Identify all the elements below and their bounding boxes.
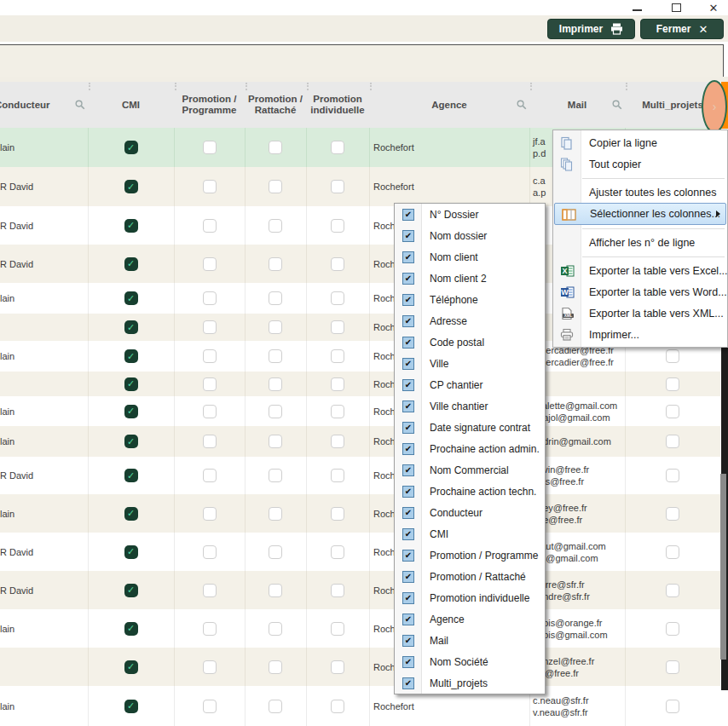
multi-projets-checkbox[interactable] (666, 349, 679, 363)
multi-projets-checkbox[interactable] (666, 660, 679, 674)
table-row[interactable]: ✓Rocheforthenzel@free.friec@free.fr (0, 648, 720, 686)
checkbox[interactable] (203, 700, 217, 713)
column-option-nom-client[interactable]: ✔Nom client (395, 246, 545, 268)
checkbox[interactable] (203, 584, 217, 597)
cmi-checkbox-checked[interactable]: ✓ (124, 219, 138, 233)
checkbox[interactable] (269, 349, 282, 363)
checkbox[interactable] (203, 405, 217, 418)
checkbox-checked-icon[interactable]: ✔ (402, 592, 414, 604)
checkbox[interactable] (203, 435, 217, 448)
checkbox-checked-icon[interactable]: ✔ (402, 528, 414, 540)
checkbox[interactable] (203, 320, 217, 334)
checkbox[interactable] (203, 257, 217, 271)
checkbox[interactable] (331, 291, 344, 305)
checkbox[interactable] (203, 469, 217, 482)
checkbox-checked-icon[interactable]: ✔ (402, 209, 414, 221)
cmi-checkbox-checked[interactable]: ✓ (124, 660, 138, 674)
checkbox-checked-icon[interactable]: ✔ (402, 337, 414, 349)
cmi-checkbox-checked[interactable]: ✓ (124, 377, 138, 391)
multi-projets-checkbox[interactable] (666, 405, 679, 418)
cmi-checkbox-checked[interactable]: ✓ (124, 700, 138, 713)
column-option-promotion-individuelle[interactable]: ✔Promotion individuelle (395, 587, 545, 608)
checkbox-checked-icon[interactable]: ✔ (402, 379, 414, 391)
column-option-mail[interactable]: ✔Mail (395, 630, 545, 651)
multi-projets-checkbox[interactable] (666, 507, 679, 521)
imprimer-button[interactable]: Imprimer (547, 19, 635, 39)
column-header-conducteur[interactable]: Conducteur (0, 82, 88, 128)
table-row[interactable]: ✓Rochefort (0, 372, 720, 396)
checkbox[interactable] (203, 349, 217, 363)
cmi-checkbox-checked[interactable]: ✓ (124, 349, 138, 363)
search-icon[interactable] (517, 100, 527, 110)
checkbox-checked-icon[interactable]: ✔ (402, 656, 414, 668)
column-header-agence[interactable]: Agence (369, 82, 529, 128)
checkbox-checked-icon[interactable]: ✔ (402, 677, 414, 689)
checkbox[interactable] (203, 180, 217, 193)
cmi-checkbox-checked[interactable]: ✓ (124, 405, 138, 418)
checkbox[interactable] (269, 700, 282, 713)
checkbox[interactable] (269, 377, 282, 391)
checkbox[interactable] (331, 405, 344, 418)
column-option-prochaine-action-admin-[interactable]: ✔Prochaine action admin. (395, 438, 545, 459)
search-icon[interactable] (75, 100, 85, 110)
menu-item-imprimer[interactable]: Imprimer... (553, 324, 727, 345)
cmi-checkbox-checked[interactable]: ✓ (124, 469, 138, 482)
checkbox[interactable] (331, 377, 344, 391)
column-option-nom-soci-t-[interactable]: ✔Nom Société (395, 651, 545, 672)
column-header-mail[interactable]: Mail (529, 82, 625, 128)
checkbox[interactable] (269, 469, 282, 482)
checkbox[interactable] (203, 141, 217, 154)
menu-item-ajuster-toutes-les-colonnes[interactable]: Ajuster toutes les colonnes (553, 182, 727, 203)
checkbox[interactable] (269, 507, 282, 521)
table-row[interactable]: R David✓Rochefortafaut@gmail.comers@gmai… (0, 533, 720, 571)
cmi-checkbox-checked[interactable]: ✓ (124, 257, 138, 271)
table-row[interactable]: lain✓Rochefortscalette@gmail.comanajol@g… (0, 396, 720, 426)
checkbox-checked-icon[interactable]: ✔ (402, 550, 414, 562)
column-header-cmi[interactable]: CMI (88, 82, 174, 128)
column-option-nom-client-2[interactable]: ✔Nom client 2 (395, 268, 545, 289)
search-icon[interactable] (612, 100, 622, 110)
checkbox-checked-icon[interactable]: ✔ (402, 273, 414, 285)
checkbox[interactable] (331, 141, 344, 154)
checkbox-checked-icon[interactable]: ✔ (402, 635, 414, 647)
checkbox[interactable] (269, 435, 282, 448)
checkbox[interactable] (203, 660, 217, 674)
checkbox[interactable] (203, 219, 217, 233)
multi-projets-checkbox[interactable] (666, 622, 679, 636)
menu-item-copier-la-ligne[interactable]: Copier la ligne (553, 132, 727, 153)
column-option-code-postal[interactable]: ✔Code postal (395, 331, 545, 353)
checkbox[interactable] (203, 377, 217, 391)
column-header-promotion-individuelle[interactable]: Promotion individuelle (306, 82, 369, 128)
column-option-conducteur[interactable]: ✔Conducteur (395, 502, 545, 523)
menu-item-s-lectionner-les-colonnes[interactable]: Sélectionner les colonnes... (554, 203, 726, 225)
multi-projets-checkbox[interactable] (666, 435, 679, 448)
checkbox[interactable] (269, 545, 282, 559)
table-row[interactable]: lain✓Rochefortegois@orange.fregois@gmail… (0, 609, 720, 648)
table-row[interactable]: lain✓Rochefortc.neau@sfr.frv.neau@sfr.fr (0, 686, 720, 726)
table-row[interactable]: R David✓Rochefortouvin@free.frolas@free.… (0, 457, 720, 494)
checkbox-checked-icon[interactable]: ✔ (402, 315, 414, 327)
checkbox[interactable] (269, 141, 282, 154)
checkbox[interactable] (203, 291, 217, 305)
cmi-checkbox-checked[interactable]: ✓ (124, 507, 138, 521)
restore-button[interactable] (667, 1, 685, 14)
column-header-promotion-programme[interactable]: Promotion / Programme (174, 82, 245, 128)
checkbox[interactable] (269, 320, 282, 334)
column-option-agence[interactable]: ✔Agence (395, 608, 545, 630)
checkbox[interactable] (331, 700, 344, 713)
cmi-checkbox-checked[interactable]: ✓ (124, 180, 138, 193)
checkbox[interactable] (269, 584, 282, 597)
checkbox-checked-icon[interactable]: ✔ (402, 507, 414, 519)
checkbox-checked-icon[interactable]: ✔ (402, 443, 414, 455)
column-option-ville-chantier[interactable]: ✔Ville chantier (395, 395, 545, 417)
checkbox[interactable] (331, 660, 344, 674)
checkbox-checked-icon[interactable]: ✔ (402, 294, 414, 306)
checkbox[interactable] (331, 320, 344, 334)
checkbox[interactable] (269, 180, 282, 193)
column-option-multi-projets[interactable]: ✔Multi_projets (395, 672, 545, 694)
checkbox[interactable] (331, 622, 344, 636)
menu-item-exporter-la-table-vers-excel[interactable]: XExporter la table vers Excel... (553, 260, 727, 281)
checkbox[interactable] (331, 257, 344, 271)
checkbox[interactable] (331, 219, 344, 233)
cmi-checkbox-checked[interactable]: ✓ (124, 291, 138, 305)
